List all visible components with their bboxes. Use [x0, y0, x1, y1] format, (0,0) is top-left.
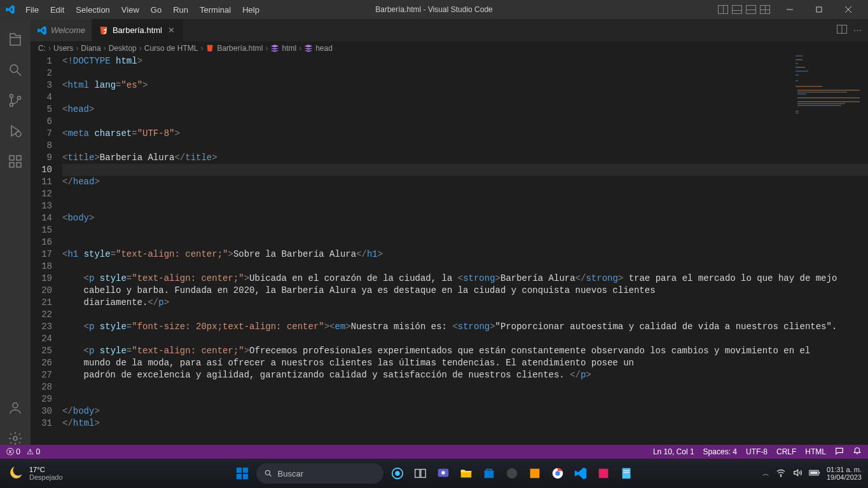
encoding[interactable]: UTF-8: [746, 447, 768, 456]
menu-selection[interactable]: Selection: [71, 3, 114, 17]
breadcrumb-segment[interactable]: Barbería.html: [217, 44, 263, 53]
code-editor[interactable]: 1234567891011121314151617181920212223242…: [31, 55, 868, 459]
task-view-icon[interactable]: [411, 464, 429, 482]
svg-point-2: [10, 95, 13, 98]
file-explorer-icon[interactable]: [457, 464, 475, 482]
notepad-icon[interactable]: [617, 464, 635, 482]
vscode-icon: [37, 25, 47, 36]
app-icon-1[interactable]: [503, 464, 521, 482]
feedback-icon[interactable]: [835, 447, 844, 458]
vscode-logo-icon: [5, 4, 15, 15]
weather-widget[interactable]: 17°C Despejado: [6, 464, 63, 482]
volume-icon[interactable]: [792, 468, 803, 479]
svg-point-10: [13, 403, 18, 408]
breadcrumb-segment[interactable]: Diana: [81, 44, 100, 53]
svg-rect-8: [17, 163, 21, 167]
layout-secondary-icon[interactable]: [746, 5, 756, 14]
eol[interactable]: CRLF: [776, 447, 796, 456]
breadcrumb-segment[interactable]: Curso de HTML: [144, 44, 198, 53]
run-debug-icon[interactable]: [0, 116, 31, 146]
tab-label: Barbería.html: [113, 25, 162, 35]
warnings-count[interactable]: ⚠ 0: [27, 447, 40, 456]
chrome-icon[interactable]: [549, 464, 567, 482]
svg-point-26: [506, 468, 517, 479]
tab-barberia[interactable]: Barbería.html ✕: [92, 19, 183, 41]
tab-bar: Welcome Barbería.html ✕ ⋯: [31, 19, 868, 41]
errors-count[interactable]: ⓧ 0: [6, 447, 20, 458]
breadcrumbs[interactable]: C:›Users›Diana›Desktop›Curso de HTML›Bar…: [31, 41, 868, 55]
svg-point-1: [10, 65, 18, 72]
cursor-position[interactable]: Ln 10, Col 1: [653, 447, 694, 456]
code-content[interactable]: <!DOCTYPE html> <html lang="es"> <head> …: [62, 55, 868, 459]
close-icon[interactable]: ✕: [166, 25, 176, 36]
svg-point-11: [13, 437, 17, 440]
svg-rect-27: [530, 469, 539, 478]
svg-point-3: [10, 104, 13, 107]
split-editor-icon[interactable]: [837, 25, 847, 36]
breadcrumb-segment[interactable]: C:: [38, 44, 46, 53]
editor-group: Welcome Barbería.html ✕ ⋯ C:›Users›Diana…: [31, 19, 868, 459]
store-icon[interactable]: [480, 464, 498, 482]
close-button[interactable]: [834, 0, 863, 19]
chat-app-icon[interactable]: [434, 464, 452, 482]
status-bar: ⓧ 0 ⚠ 0 Ln 10, Col 1 Spaces: 4 UTF-8 CRL…: [0, 445, 868, 459]
minimize-button[interactable]: [775, 0, 804, 19]
menu-edit[interactable]: Edit: [45, 3, 69, 17]
breadcrumb-icon: [205, 44, 214, 53]
search-icon: [264, 469, 273, 478]
windows-taskbar: 17°C Despejado Buscar ︿ 01:31 a. m. 19/0…: [0, 459, 868, 488]
svg-point-34: [780, 476, 781, 477]
window-controls: [775, 3, 863, 17]
svg-point-4: [18, 97, 21, 100]
menu-run[interactable]: Run: [168, 3, 193, 17]
menu-bar: FileEditSelectionViewGoRunTerminalHelp: [20, 3, 265, 17]
breadcrumb-segment[interactable]: Desktop: [109, 44, 137, 53]
clock-time: 01:31 a. m.: [827, 466, 862, 473]
taskbar-search[interactable]: Buscar: [256, 463, 383, 484]
sublime-icon[interactable]: [526, 464, 544, 482]
weather-desc: Despejado: [29, 473, 63, 481]
breadcrumb-segment[interactable]: html: [282, 44, 296, 53]
breadcrumb-segment[interactable]: head: [315, 44, 333, 53]
tray-chevron-icon[interactable]: ︿: [762, 469, 769, 478]
menu-terminal[interactable]: Terminal: [195, 3, 236, 17]
search-icon[interactable]: [0, 55, 31, 85]
battery-icon[interactable]: [809, 469, 820, 478]
svg-rect-37: [819, 472, 820, 474]
layout-customize-icon[interactable]: [760, 5, 770, 14]
svg-point-24: [441, 471, 445, 475]
svg-rect-31: [622, 468, 630, 479]
more-actions-icon[interactable]: ⋯: [853, 25, 862, 35]
activity-bar: [0, 19, 31, 459]
system-tray: ︿ 01:31 a. m. 19/04/2023: [762, 466, 862, 481]
maximize-button[interactable]: [804, 0, 834, 19]
source-control-icon[interactable]: [0, 85, 31, 116]
accounts-icon[interactable]: [0, 393, 31, 423]
layout-controls: [718, 5, 770, 14]
layout-sidebar-icon[interactable]: [718, 5, 728, 14]
clock[interactable]: 01:31 a. m. 19/04/2023: [827, 466, 862, 481]
breadcrumb-icon: [304, 44, 313, 53]
start-button[interactable]: [233, 464, 251, 482]
menu-help[interactable]: Help: [237, 3, 265, 17]
tab-welcome[interactable]: Welcome: [31, 19, 92, 41]
minimap[interactable]: [796, 55, 859, 132]
breadcrumb-segment[interactable]: Users: [53, 44, 73, 53]
html-file-icon: [99, 25, 109, 36]
menu-view[interactable]: View: [116, 3, 144, 17]
app-icon-2[interactable]: [595, 464, 612, 482]
vscode-taskbar-icon[interactable]: [572, 464, 589, 482]
svg-rect-25: [484, 470, 493, 478]
svg-rect-32: [623, 470, 629, 471]
language-mode[interactable]: HTML: [805, 447, 826, 456]
layout-panel-icon[interactable]: [732, 5, 742, 14]
extensions-icon[interactable]: [0, 146, 31, 177]
notifications-icon[interactable]: [853, 447, 862, 458]
svg-rect-0: [816, 7, 822, 12]
explorer-icon[interactable]: [0, 24, 31, 55]
indent-setting[interactable]: Spaces: 4: [703, 447, 737, 456]
wifi-icon[interactable]: [776, 468, 786, 479]
menu-go[interactable]: Go: [146, 3, 167, 17]
menu-file[interactable]: File: [20, 3, 44, 17]
copilot-icon[interactable]: [389, 464, 406, 482]
